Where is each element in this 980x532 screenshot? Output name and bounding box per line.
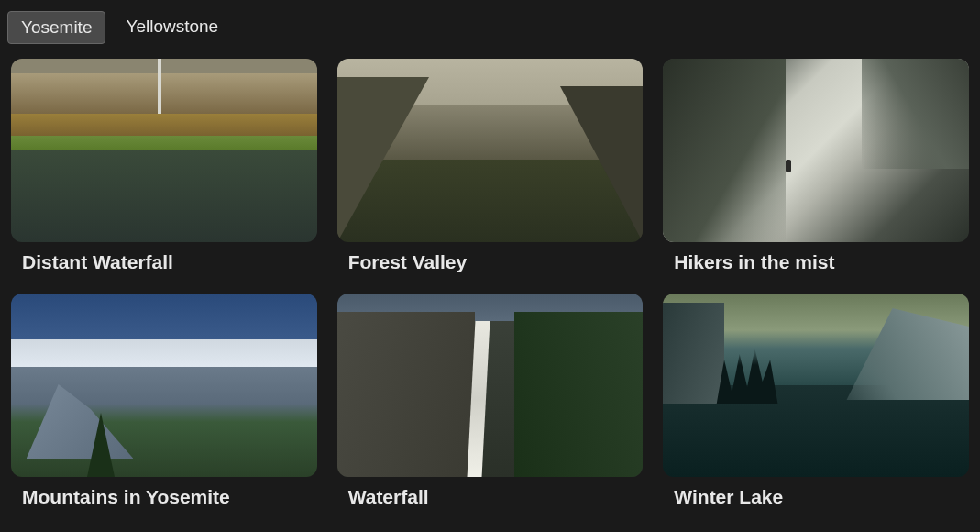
gallery-grid: Distant Waterfall Forest Valley Hikers i…: [7, 59, 973, 508]
gallery-item[interactable]: Winter Lake: [663, 294, 969, 508]
thumbnail-distant-waterfall[interactable]: [11, 59, 317, 242]
thumbnail-forest-valley[interactable]: [337, 59, 644, 242]
tab-yosemite[interactable]: Yosemite: [7, 11, 105, 44]
caption: Mountains in Yosemite: [11, 486, 317, 508]
caption: Hikers in the mist: [663, 251, 969, 273]
gallery-item[interactable]: Distant Waterfall: [11, 59, 317, 273]
gallery-item[interactable]: Waterfall: [337, 294, 644, 508]
thumbnail-mountains-yosemite[interactable]: [11, 294, 317, 477]
gallery-item[interactable]: Hikers in the mist: [663, 59, 969, 273]
thumbnail-hikers-mist[interactable]: [663, 59, 969, 242]
caption: Waterfall: [337, 486, 644, 508]
caption: Forest Valley: [337, 251, 644, 273]
thumbnail-waterfall[interactable]: [337, 294, 644, 477]
tab-yellowstone[interactable]: Yellowstone: [113, 11, 231, 44]
gallery-item[interactable]: Mountains in Yosemite: [11, 294, 317, 508]
thumbnail-winter-lake[interactable]: [663, 294, 969, 477]
caption: Winter Lake: [663, 486, 969, 508]
gallery-item[interactable]: Forest Valley: [337, 59, 644, 273]
caption: Distant Waterfall: [11, 251, 317, 273]
tab-bar: Yosemite Yellowstone: [7, 7, 973, 48]
